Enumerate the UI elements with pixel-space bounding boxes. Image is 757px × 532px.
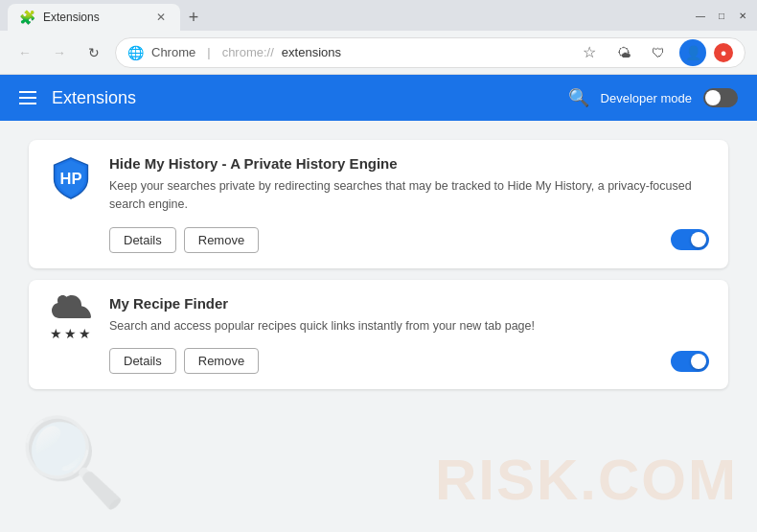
tab-bar: 🧩 Extensions ✕ +	[8, 0, 207, 31]
notification-dot[interactable]: ●	[714, 43, 733, 62]
developer-mode-label: Developer mode	[601, 91, 692, 105]
developer-mode-toggle[interactable]	[703, 88, 738, 107]
maximize-button[interactable]: □	[715, 9, 728, 22]
header-controls: 🔍 Developer mode	[568, 87, 738, 108]
forward-button[interactable]: →	[46, 39, 73, 66]
profile-button[interactable]: 👤	[679, 39, 706, 66]
profile-icon: 👤	[685, 45, 701, 60]
cloud-svg-icon	[50, 295, 92, 324]
remove-button-2[interactable]: Remove	[184, 348, 259, 374]
extension-icon-1: HP	[49, 156, 93, 200]
extension-logo-1: HP	[48, 155, 94, 201]
notification-icon: ●	[721, 47, 727, 58]
toggle-knob-1	[691, 232, 706, 247]
url-scheme: chrome://	[222, 45, 274, 59]
tab-title: Extensions	[43, 11, 100, 24]
extension-actions-1: Details Remove	[109, 227, 709, 253]
extensions-header: Extensions 🔍 Developer mode	[0, 75, 757, 121]
cloud-stars: ★★★	[50, 326, 93, 341]
extension-name-1: Hide My History - A Private History Engi…	[109, 155, 709, 172]
hamburger-line-1	[19, 91, 36, 93]
toggle-knob-2	[691, 354, 706, 369]
toggle-knob	[705, 90, 721, 105]
window-controls: — □ ✕	[694, 9, 749, 22]
extension-card-inner-2: ★★★ My Recipe Finder Search and access p…	[48, 295, 709, 375]
watermark-text: RISK.COM	[435, 447, 738, 513]
site-favicon: 🌐	[127, 45, 144, 60]
address-right-controls: ☆ 🌤 🛡 👤 ●	[576, 39, 733, 66]
remove-button-1[interactable]: Remove	[184, 227, 259, 253]
extension-info-2: My Recipe Finder Search and access popul…	[109, 295, 709, 375]
extension-card-2: ★★★ My Recipe Finder Search and access p…	[29, 280, 728, 390]
extension-toggle-1[interactable]	[671, 229, 709, 250]
extension-desc-1: Keep your searches private by redirectin…	[109, 177, 709, 214]
watermark-magnifier-icon: 🔍	[19, 412, 126, 513]
svg-text:HP: HP	[60, 170, 82, 188]
url-separator: |	[207, 45, 210, 59]
shield-icon[interactable]: 🛡	[645, 39, 672, 66]
weather-icon[interactable]: 🌤	[610, 39, 637, 66]
address-bar: ← → ↻ 🌐 Chrome | chrome://extensions ☆ 🌤…	[0, 31, 757, 75]
bookmark-button[interactable]: ☆	[576, 39, 603, 66]
close-window-button[interactable]: ✕	[736, 9, 749, 22]
extension-name-2: My Recipe Finder	[109, 295, 709, 312]
extension-desc-2: Search and access popular recipes quick …	[109, 317, 709, 335]
active-tab[interactable]: 🧩 Extensions ✕	[8, 4, 180, 31]
page-title: Extensions	[52, 88, 136, 108]
extension-card-1: HP Hide My History - A Private History E…	[29, 140, 728, 268]
details-button-2[interactable]: Details	[109, 348, 176, 374]
extensions-content: 🔍 RISK.COM HP Hide My History - A Privat…	[0, 121, 757, 532]
search-button[interactable]: 🔍	[568, 87, 589, 108]
details-button-1[interactable]: Details	[109, 227, 176, 253]
menu-button[interactable]	[19, 91, 36, 104]
hamburger-line-3	[19, 103, 36, 104]
tab-close-button[interactable]: ✕	[153, 10, 169, 25]
extension-logo-2: ★★★	[48, 295, 94, 341]
extension-toggle-2[interactable]	[671, 351, 709, 372]
new-tab-button[interactable]: +	[180, 4, 207, 31]
minimize-button[interactable]: —	[694, 9, 707, 22]
address-input[interactable]: 🌐 Chrome | chrome://extensions ☆ 🌤 🛡 👤 ●	[115, 37, 746, 68]
cloud-icon-area: ★★★	[50, 295, 93, 341]
back-button[interactable]: ←	[11, 39, 38, 66]
refresh-button[interactable]: ↻	[80, 39, 107, 66]
extension-info-1: Hide My History - A Private History Engi…	[109, 155, 709, 253]
hamburger-line-2	[19, 97, 36, 99]
tab-favicon: 🧩	[19, 10, 35, 25]
extension-actions-2: Details Remove	[109, 348, 709, 374]
titlebar: 🧩 Extensions ✕ + — □ ✕	[0, 0, 757, 31]
url-path: extensions	[282, 45, 341, 59]
site-name: Chrome	[151, 45, 195, 59]
extension-card-inner-1: HP Hide My History - A Private History E…	[48, 155, 709, 253]
